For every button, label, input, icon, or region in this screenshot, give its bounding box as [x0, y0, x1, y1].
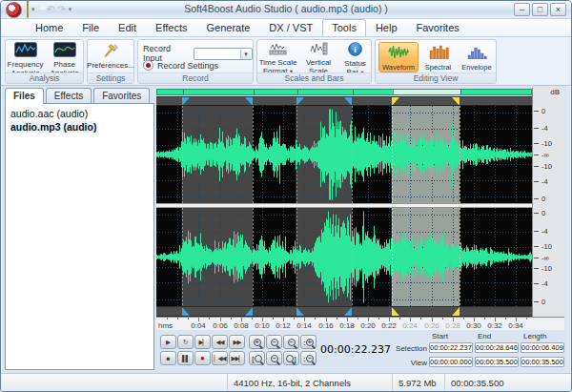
- loop-button[interactable]: ↻: [177, 335, 194, 349]
- file-list-item[interactable]: audio.mp3 (audio): [6, 120, 153, 134]
- ruler-label: 0:24: [402, 321, 418, 330]
- zoom-out-button[interactable]: −: [266, 335, 282, 349]
- selection-start-value[interactable]: 00:00:22.237: [429, 342, 473, 353]
- view-length-value[interactable]: 00:00:35.500: [521, 357, 564, 367]
- ruler-minor-tick: [505, 318, 506, 320]
- title-bar: ▾▾↶↷▾ Soft4Boost Audio Studio ( audio.mp…: [1, 1, 571, 19]
- ruler-label: 0:28: [445, 321, 460, 330]
- view-row-label: View: [390, 359, 427, 367]
- selection-end-value[interactable]: 00:00:28.646: [475, 342, 519, 353]
- menu-tab-help[interactable]: Help: [366, 19, 407, 36]
- view-start-value[interactable]: 00:00:00.000: [429, 357, 473, 367]
- app-logo-icon[interactable]: [6, 2, 22, 18]
- go-to-start-button[interactable]: ▏◀◀: [212, 351, 228, 365]
- new-file-icon[interactable]: [27, 1, 29, 18]
- rewind-button[interactable]: ◀◀: [212, 335, 228, 349]
- play-to-end-button[interactable]: ▶▏: [194, 335, 211, 349]
- cue-end-marker[interactable]: [245, 97, 253, 106]
- file-list-item[interactable]: audio.aac (audio): [6, 107, 153, 120]
- sidebar-tab-favorites[interactable]: Favorites: [93, 88, 150, 104]
- spectral-view-button[interactable]: Spectral: [420, 42, 456, 72]
- db-tick-label: 0: [541, 297, 545, 305]
- zoom-in-button[interactable]: +: [249, 335, 265, 349]
- cue-start-marker[interactable]: [296, 97, 304, 106]
- overview-bar[interactable]: [156, 89, 532, 95]
- time-scale-icon: [269, 42, 288, 58]
- file-name: audio.mp3 (audio): [10, 121, 96, 133]
- vertical-zoom-in-button[interactable]: :+: [300, 335, 317, 349]
- menu-tab-edit[interactable]: Edit: [109, 19, 146, 36]
- menu-tab-home[interactable]: Home: [26, 19, 72, 36]
- waveform-channel-left[interactable]: [156, 106, 532, 203]
- menu-tab-file[interactable]: File: [72, 19, 109, 36]
- redo-icon[interactable]: ↷: [57, 5, 65, 14]
- close-button[interactable]: ×: [550, 3, 566, 16]
- cue-start-marker[interactable]: [296, 307, 304, 316]
- undo-icon[interactable]: ↶: [47, 5, 54, 14]
- zoom-to-selection-button[interactable]: ~: [283, 335, 299, 349]
- cue-end-marker[interactable]: [245, 307, 253, 316]
- ruler-label: 0:34: [508, 321, 523, 330]
- selection-start-marker[interactable]: [392, 307, 399, 316]
- selection-length-value[interactable]: 00:00:06.409: [521, 342, 564, 353]
- status-bar-button[interactable]: i Status Bar ▾: [339, 41, 371, 76]
- go-to-end-icon: ▶▶▏: [232, 355, 243, 361]
- cue-end-marker[interactable]: [344, 307, 352, 316]
- stop-button[interactable]: ■: [160, 351, 176, 365]
- cue-end-marker[interactable]: [344, 97, 352, 106]
- status-format: 44100 Hz, 16-bit, 2 Channels: [227, 374, 392, 391]
- marker-strip-bottom[interactable]: [156, 306, 532, 317]
- zoom-full-button[interactable]: ]: [283, 351, 299, 365]
- spectral-view-label: Spectral: [425, 63, 452, 72]
- minimize-button[interactable]: –: [514, 3, 530, 16]
- ribbon-group-editing-view: Waveform Spectral Envelope Editing View: [375, 39, 497, 84]
- view-end-value[interactable]: 00:00:35.500: [475, 357, 519, 367]
- envelope-view-button[interactable]: Envelope: [458, 42, 496, 72]
- maximize-button[interactable]: □: [532, 3, 548, 16]
- zoom-previous-button[interactable]: [: [249, 351, 265, 365]
- selection-start-marker[interactable]: [392, 97, 399, 106]
- selection-end-marker[interactable]: [452, 97, 460, 106]
- menu-tab-favorites[interactable]: Favorites: [407, 19, 469, 36]
- app-window: ▾▾↶↷▾ Soft4Boost Audio Studio ( audio.mp…: [0, 0, 572, 392]
- ruler-minor-tick: [358, 318, 358, 320]
- preferences-button[interactable]: Preferences...: [89, 41, 133, 71]
- vertical-zoom-out-button[interactable]: :−: [300, 351, 317, 365]
- overview-region-line: [353, 90, 354, 94]
- fast-forward-button[interactable]: ▶▶: [229, 335, 245, 349]
- time-scale-format-button[interactable]: Time Scale Format ▾: [258, 41, 297, 75]
- db-tick: [534, 268, 539, 269]
- record-settings-icon: [143, 60, 153, 71]
- zoom-previous-icon: [255, 355, 262, 362]
- time-ruler[interactable]: hms0:040:060:080:100:120:140:160:180:200…: [156, 317, 564, 330]
- cue-start-marker[interactable]: [182, 97, 190, 106]
- menu-tab-tools[interactable]: Tools: [322, 19, 366, 36]
- record-button[interactable]: ●: [194, 351, 211, 365]
- play-button[interactable]: ▶: [160, 335, 176, 349]
- db-tick-label: 0: [541, 194, 545, 202]
- go-to-end-button[interactable]: ▶▶▏: [229, 351, 245, 365]
- selection-end-marker[interactable]: [452, 307, 460, 316]
- menu-tab-generate[interactable]: Generate: [196, 19, 259, 36]
- waveform-icon: [387, 45, 410, 62]
- record-settings-label[interactable]: Record Settings: [157, 61, 218, 71]
- zoom-full-suffix: ]: [294, 356, 296, 362]
- sidebar-tab-effects[interactable]: Effects: [46, 88, 92, 104]
- db-unit-label: dB: [550, 88, 560, 96]
- waveform-channel-right[interactable]: [156, 208, 532, 306]
- marker-strip-top[interactable]: [156, 96, 532, 106]
- menu-tab-effects[interactable]: Effects: [146, 19, 196, 36]
- ruler-label: 0:18: [339, 321, 355, 330]
- overview-region-line: [297, 90, 298, 94]
- pause-button[interactable]: ▌▌: [177, 351, 194, 365]
- menu-tab-dx-vst[interactable]: DX / VST: [259, 19, 322, 36]
- overview-selection: [393, 90, 460, 94]
- status-spacer: [1, 374, 227, 391]
- waveform-view-button[interactable]: Waveform: [378, 42, 419, 72]
- cue-start-marker[interactable]: [182, 307, 190, 316]
- zoom-normal-button[interactable]: −: [266, 351, 282, 365]
- sidebar-tab-files[interactable]: Files: [5, 88, 44, 104]
- record-input-select[interactable]: ▾: [194, 48, 253, 60]
- quick-access-menu-icon[interactable]: ▾: [69, 6, 72, 13]
- zoom-normal-icon: −: [271, 355, 278, 362]
